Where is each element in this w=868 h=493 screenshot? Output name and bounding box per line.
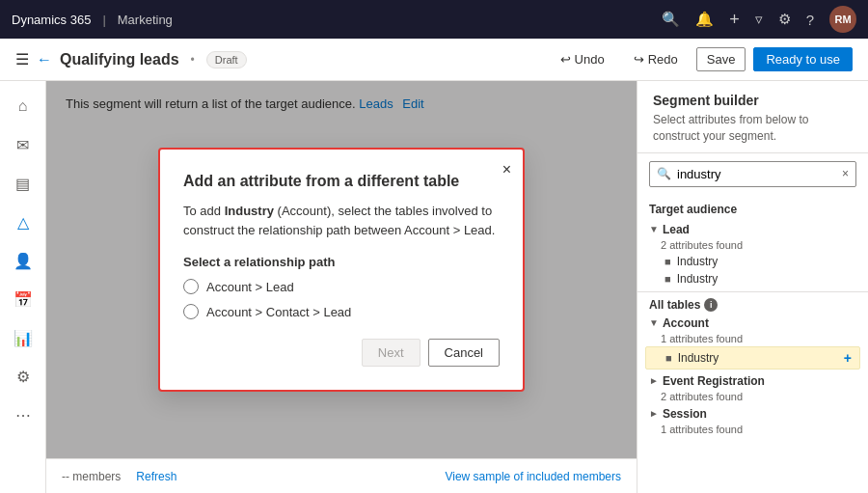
account-count: 1 attributes found <box>637 333 868 344</box>
settings-icon[interactable]: ⚙ <box>778 11 791 28</box>
ready-button[interactable]: Ready to use <box>753 47 853 71</box>
lead-industry-item-1[interactable]: ■ Industry <box>637 253 868 270</box>
search-input[interactable] <box>649 161 856 187</box>
search-box: 🔍 × <box>649 161 856 187</box>
modal-select-label: Select a relationship path <box>183 255 500 269</box>
sidebar-calendar-icon[interactable]: 📅 <box>6 282 41 316</box>
sidebar-people-icon[interactable]: 👤 <box>6 243 41 278</box>
content-area: This segment will return a list of the t… <box>46 81 637 493</box>
sidebar-home-icon[interactable]: ⌂ <box>6 89 41 123</box>
right-panel-subtitle: Select attributes from below to construc… <box>653 112 853 145</box>
undo-icon: ↩ <box>560 52 571 67</box>
top-navigation: Dynamics 365 | Marketing 🔍 🔔 + ▿ ⚙ ? RM <box>0 0 868 39</box>
search-icon[interactable]: 🔍 <box>662 11 680 28</box>
grid-icon-2: ■ <box>665 273 671 285</box>
nav-divider: | <box>102 13 105 27</box>
segment-builder-panel: Segment builder Select attributes from b… <box>637 81 868 493</box>
left-sidebar: ⌂ ✉ ▤ △ 👤 📅 📊 ⚙ ⋯ <box>0 81 46 493</box>
page-title: Qualifying leads <box>60 51 179 68</box>
all-tables-label: All tables <box>649 298 700 312</box>
modal-close-button[interactable]: × <box>502 161 511 178</box>
account-group: ▼ Account 1 attributes found ■ Industry … <box>637 314 868 370</box>
add-attribute-modal: × Add an attribute from a different tabl… <box>158 148 525 392</box>
modal-industry-bold: Industry <box>225 204 274 218</box>
right-panel-header: Segment builder Select attributes from b… <box>637 81 868 153</box>
lead-group-header[interactable]: ▼ Lead <box>637 220 868 239</box>
next-button[interactable]: Next <box>362 339 420 367</box>
sidebar-more-icon[interactable]: ⋯ <box>6 397 41 432</box>
session-group: ► Session 1 attributes found <box>637 404 868 435</box>
lead-industry-item-2[interactable]: ■ Industry <box>637 270 868 288</box>
modal-title: Add an attribute from a different table <box>183 173 500 190</box>
account-industry-item[interactable]: ■ Industry + <box>645 346 860 370</box>
lead-count: 2 attributes found <box>637 239 868 251</box>
modal-description: To add Industry (Account), select the ta… <box>183 202 500 239</box>
account-chevron-icon: ▼ <box>649 317 659 328</box>
lead-group: ▼ Lead 2 attributes found ■ Industry ■ I… <box>637 220 868 288</box>
draft-badge: Draft <box>206 51 247 68</box>
radio-account-lead-input[interactable] <box>183 279 199 294</box>
save-button[interactable]: Save <box>696 47 746 71</box>
lead-chevron-icon: ▼ <box>649 224 659 234</box>
all-tables-header: All tables i <box>637 291 868 314</box>
info-icon: i <box>704 298 718 312</box>
redo-button[interactable]: ↪ Redo <box>623 47 689 71</box>
event-registration-group: ► Event Registration 2 attributes found <box>637 371 868 402</box>
add-icon[interactable]: + <box>844 350 852 366</box>
view-sample-link[interactable]: View sample of included members <box>445 470 621 483</box>
redo-icon: ↪ <box>634 52 644 67</box>
target-audience-label: Target audience <box>637 195 868 220</box>
plus-icon[interactable]: + <box>729 10 740 30</box>
modal-overlay: × Add an attribute from a different tabl… <box>46 81 637 458</box>
undo-button[interactable]: ↩ Undo <box>550 47 615 71</box>
account-group-header[interactable]: ▼ Account <box>637 314 868 333</box>
sidebar-chart-icon[interactable]: ▤ <box>6 166 41 201</box>
sidebar-settings-icon[interactable]: 📊 <box>6 320 41 355</box>
event-count: 2 attributes found <box>637 391 868 402</box>
user-avatar[interactable]: RM <box>829 6 856 33</box>
secondary-navigation: ☰ ← Qualifying leads • Draft ↩ Undo ↪ Re… <box>0 39 868 81</box>
filter-icon[interactable]: ▿ <box>755 11 763 28</box>
refresh-link[interactable]: Refresh <box>136 470 176 483</box>
clear-search-icon[interactable]: × <box>842 167 849 180</box>
radio-account-contact-lead-input[interactable] <box>183 304 199 319</box>
modal-footer: Next Cancel <box>183 339 500 367</box>
hamburger-icon[interactable]: ☰ <box>15 50 29 68</box>
back-button[interactable]: ← <box>37 51 52 68</box>
search-icon: 🔍 <box>657 167 671 180</box>
cancel-button[interactable]: Cancel <box>428 339 500 367</box>
event-chevron-icon: ► <box>649 375 659 386</box>
event-group-header[interactable]: ► Event Registration <box>637 371 868 391</box>
sidebar-segments-icon[interactable]: △ <box>6 205 41 239</box>
sidebar-email-icon[interactable]: ✉ <box>6 127 41 162</box>
brand-name: Dynamics 365 <box>12 13 91 27</box>
session-chevron-icon: ► <box>649 408 659 419</box>
notification-icon[interactable]: 🔔 <box>695 11 714 28</box>
grid-icon-3: ■ <box>665 352 672 364</box>
bottom-bar: -- members Refresh View sample of includ… <box>46 458 637 493</box>
right-panel-title: Segment builder <box>653 93 853 108</box>
radio-account-lead[interactable]: Account > Lead <box>183 279 500 294</box>
module-name: Marketing <box>118 13 173 27</box>
sidebar-tools-icon[interactable]: ⚙ <box>6 359 41 394</box>
session-group-header[interactable]: ► Session <box>637 404 868 424</box>
main-layout: ⌂ ✉ ▤ △ 👤 📅 📊 ⚙ ⋯ This segment will retu… <box>0 81 868 493</box>
radio-account-contact-lead[interactable]: Account > Contact > Lead <box>183 304 500 319</box>
help-icon[interactable]: ? <box>806 12 814 28</box>
grid-icon: ■ <box>665 256 671 267</box>
members-count: -- members <box>62 470 121 483</box>
session-count: 1 attributes found <box>637 424 868 435</box>
